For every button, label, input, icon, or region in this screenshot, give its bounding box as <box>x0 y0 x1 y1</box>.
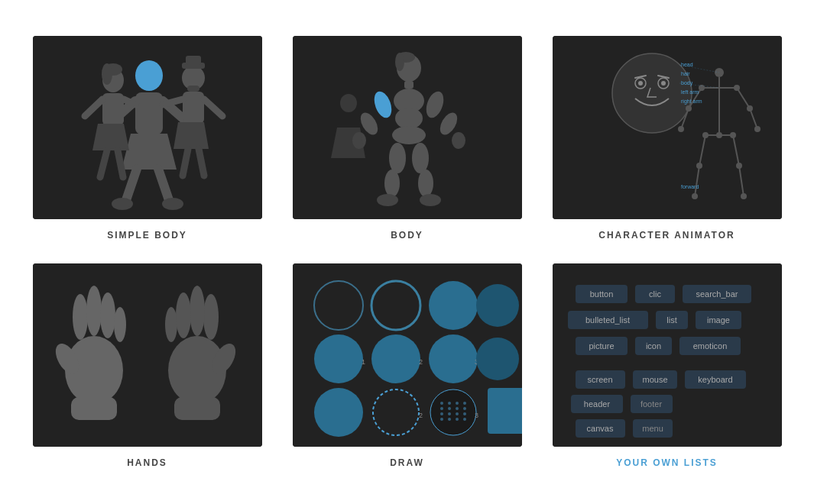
svg-point-42 <box>377 194 398 206</box>
svg-point-99 <box>176 292 191 338</box>
svg-text:image: image <box>707 315 730 325</box>
svg-point-92 <box>100 292 115 338</box>
svg-point-33 <box>392 126 426 144</box>
svg-point-128 <box>440 418 443 421</box>
svg-text:head: head <box>681 62 693 67</box>
svg-text:screen: screen <box>587 375 612 384</box>
svg-point-118 <box>456 402 459 405</box>
svg-point-112 <box>314 388 363 437</box>
svg-point-108 <box>429 334 478 383</box>
your-own-lists-label: YOUR OWN LISTS <box>616 457 718 468</box>
svg-point-120 <box>440 407 443 410</box>
svg-point-107 <box>371 334 420 383</box>
svg-rect-94 <box>71 397 117 420</box>
draw-card[interactable]: 1 2 3 <box>293 263 522 447</box>
svg-point-52 <box>661 81 666 86</box>
svg-text:3: 3 <box>475 412 478 419</box>
svg-point-48 <box>612 53 692 133</box>
draw-label: DRAW <box>390 457 424 468</box>
svg-point-51 <box>638 81 643 86</box>
svg-point-100 <box>165 307 177 342</box>
svg-text:button: button <box>589 289 613 299</box>
svg-text:bulleted_list: bulleted_list <box>585 315 629 325</box>
svg-point-127 <box>463 412 466 415</box>
your-own-lists-item: button clic search_bar bulleted_list lis… <box>553 263 782 468</box>
draw-item: 1 2 3 <box>293 263 522 468</box>
svg-line-14 <box>124 99 135 105</box>
hands-item: HANDS <box>33 263 262 468</box>
svg-point-125 <box>448 412 451 415</box>
svg-point-122 <box>456 407 459 410</box>
hands-card[interactable] <box>33 263 262 447</box>
svg-text:emoticon: emoticon <box>692 341 727 351</box>
svg-text:list: list <box>666 315 676 325</box>
svg-rect-20 <box>187 86 199 92</box>
svg-rect-30 <box>404 81 413 89</box>
svg-point-119 <box>463 402 466 405</box>
svg-text:body: body <box>681 80 693 86</box>
svg-point-44 <box>418 170 433 197</box>
svg-text:icon: icon <box>645 341 660 351</box>
svg-rect-132 <box>488 388 522 434</box>
svg-point-43 <box>412 143 429 173</box>
char-animator-card[interactable]: head hair body left arm right arm forwar… <box>553 36 782 219</box>
svg-rect-19 <box>186 56 201 65</box>
svg-point-7 <box>112 198 133 210</box>
body-card[interactable] <box>293 36 522 219</box>
svg-point-64 <box>678 126 684 132</box>
svg-rect-101 <box>174 397 220 420</box>
svg-point-131 <box>463 418 466 421</box>
svg-text:picture: picture <box>589 341 614 351</box>
svg-point-106 <box>314 334 363 383</box>
svg-point-123 <box>463 407 466 410</box>
svg-point-135 <box>476 284 519 327</box>
svg-text:canvas: canvas <box>586 424 613 433</box>
svg-text:menu: menu <box>642 424 663 433</box>
svg-rect-12 <box>102 93 124 125</box>
svg-text:header: header <box>583 399 610 409</box>
hands-label: HANDS <box>127 457 167 468</box>
svg-text:search_bar: search_bar <box>696 289 738 299</box>
svg-point-11 <box>102 63 112 85</box>
svg-point-8 <box>162 198 183 210</box>
your-own-lists-card[interactable]: button clic search_bar bulleted_list lis… <box>553 263 782 447</box>
svg-point-77 <box>692 193 698 199</box>
simple-body-item: SIMPLE BODY <box>33 36 262 241</box>
svg-point-46 <box>340 94 357 112</box>
body-item: BODY <box>293 36 522 241</box>
svg-point-98 <box>190 286 205 336</box>
svg-point-41 <box>384 170 400 197</box>
svg-point-29 <box>395 53 404 71</box>
svg-point-129 <box>448 418 451 421</box>
svg-rect-21 <box>183 92 204 124</box>
svg-point-65 <box>754 126 760 132</box>
simple-body-card[interactable] <box>33 36 262 219</box>
svg-text:left arm: left arm <box>681 89 699 95</box>
svg-point-78 <box>741 193 747 199</box>
svg-point-40 <box>389 143 406 173</box>
svg-text:hair: hair <box>681 71 690 76</box>
svg-text:1: 1 <box>362 358 365 366</box>
svg-point-32 <box>395 108 423 129</box>
svg-point-136 <box>476 338 519 380</box>
body-label: BODY <box>391 230 423 241</box>
simple-body-label: SIMPLE BODY <box>107 230 187 241</box>
svg-point-116 <box>440 402 443 405</box>
svg-text:right arm: right arm <box>681 99 702 105</box>
svg-text:2: 2 <box>419 412 423 419</box>
svg-text:footer: footer <box>640 399 661 409</box>
svg-point-117 <box>448 402 451 405</box>
svg-point-97 <box>203 294 219 340</box>
svg-point-114 <box>430 389 476 435</box>
svg-point-105 <box>429 281 478 330</box>
svg-text:ui: ui <box>596 445 603 447</box>
svg-point-39 <box>452 132 465 149</box>
svg-point-126 <box>456 412 459 415</box>
svg-point-124 <box>440 412 443 415</box>
char-animator-label: CHARACTER ANIMATOR <box>598 230 735 241</box>
svg-point-130 <box>456 418 459 421</box>
svg-point-91 <box>86 286 102 336</box>
char-animator-item: head hair body left arm right arm forwar… <box>553 36 782 241</box>
svg-text:mouse: mouse <box>642 375 667 384</box>
svg-point-90 <box>73 294 88 340</box>
